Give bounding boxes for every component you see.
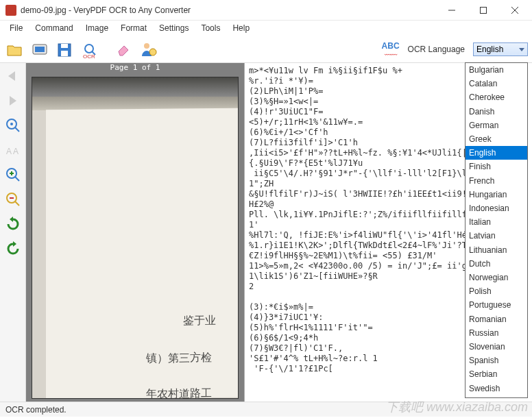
language-option[interactable]: French — [466, 174, 527, 188]
svg-point-12 — [149, 49, 156, 56]
close-button[interactable] — [499, 0, 531, 21]
page-indicator: Page 1 of 1 — [26, 63, 244, 74]
language-option[interactable]: Romanian — [466, 312, 527, 326]
language-option[interactable]: Russian — [466, 326, 527, 340]
text-size-button[interactable]: AA — [3, 140, 23, 160]
language-option[interactable]: German — [466, 119, 527, 132]
svg-rect-1 — [481, 7, 487, 13]
save-button[interactable] — [53, 38, 75, 60]
menu-settings[interactable]: Settings — [154, 22, 194, 34]
language-option[interactable]: Spanish — [466, 354, 527, 367]
language-dropdown[interactable]: BulgarianCatalanCherokeeDanishGermanGree… — [465, 62, 528, 398]
menu-format[interactable]: Format — [115, 22, 152, 34]
language-option[interactable]: Portuguese — [466, 298, 527, 312]
ocr-language-label: OCR Language — [402, 45, 470, 54]
language-option[interactable]: Greek — [466, 132, 527, 146]
menu-command[interactable]: Command — [29, 22, 78, 34]
language-option[interactable]: Slovenian — [466, 340, 527, 354]
language-option[interactable]: English — [466, 146, 527, 160]
svg-text:A: A — [6, 147, 12, 156]
document-text-line: 鉴于业 — [183, 314, 216, 328]
app-icon — [5, 5, 16, 16]
zoom-in-button[interactable] — [3, 164, 23, 185]
svg-point-15 — [10, 123, 13, 125]
page-image[interactable]: 鉴于业镇）第三方检年农村道路工 — [32, 77, 239, 399]
language-option[interactable]: Italian — [466, 215, 527, 229]
svg-rect-7 — [61, 44, 68, 48]
nav-back-button[interactable] — [3, 66, 23, 86]
ocr-language-value: English — [476, 45, 503, 54]
nav-forward-button[interactable] — [3, 90, 23, 111]
window-title: demo-09.jpg - VeryPDF OCR to Any Convert… — [21, 5, 436, 15]
ocr-button[interactable]: OCR — [78, 38, 100, 60]
language-option[interactable]: Serbian — [466, 367, 527, 381]
menu-help[interactable]: Help — [227, 22, 255, 34]
svg-rect-8 — [61, 51, 68, 56]
svg-rect-5 — [35, 47, 45, 52]
menubar: File Command Image Format Settings Tools… — [0, 21, 532, 36]
language-option[interactable]: Swedish — [466, 382, 527, 395]
open-folder-button[interactable] — [4, 38, 26, 60]
ocr-language-select[interactable]: English — [473, 42, 528, 56]
ocr-label: OCR — [83, 53, 95, 60]
language-option[interactable]: Latvian — [466, 229, 527, 243]
erase-button[interactable] — [112, 38, 134, 60]
preview-pane: Page 1 of 1 鉴于业镇）第三方检年农村道路工 — [26, 63, 244, 402]
document-text-line: 镇）第三方检 — [146, 351, 212, 366]
language-option[interactable]: Indonesian — [466, 201, 527, 215]
document-text-line: 年农村道路工 — [146, 386, 212, 399]
minimize-button[interactable] — [436, 0, 468, 21]
content-area: AA Page 1 of 1 鉴于业镇）第三方检年农村道路工 m>*<¥u11w… — [0, 63, 532, 402]
language-option[interactable]: Norwegian — [466, 271, 527, 284]
maximize-button[interactable] — [468, 0, 499, 21]
side-toolbar: AA — [0, 63, 26, 402]
language-option[interactable]: Cherokee — [466, 90, 527, 104]
user-options-button[interactable] — [137, 38, 159, 60]
scan-button[interactable] — [29, 38, 51, 60]
language-option[interactable]: Polish — [466, 284, 527, 298]
language-option[interactable]: Lithuanian — [466, 243, 527, 257]
language-option[interactable]: Hungarian — [466, 188, 527, 201]
svg-point-11 — [144, 43, 149, 49]
toolbar: OCR ABC﹏﹏ OCR Language English — [0, 36, 532, 63]
zoom-actual-button[interactable] — [3, 115, 23, 136]
language-option[interactable]: Finish — [466, 160, 527, 173]
menu-file[interactable]: File — [4, 22, 28, 34]
svg-line-19 — [15, 177, 19, 181]
status-text: OCR completed. — [5, 405, 66, 415]
statusbar: OCR completed. — [0, 402, 532, 417]
language-option[interactable]: Dutch — [466, 257, 527, 271]
svg-line-14 — [15, 127, 19, 132]
language-option[interactable]: Bulgarian — [466, 63, 527, 77]
menu-tools[interactable]: Tools — [195, 22, 226, 34]
zoom-out-button[interactable] — [3, 189, 23, 210]
rotate-left-button[interactable] — [3, 214, 23, 234]
titlebar: demo-09.jpg - VeryPDF OCR to Any Convert… — [0, 0, 532, 21]
abc-icon: ABC﹏﹏ — [382, 43, 400, 56]
svg-line-23 — [15, 201, 19, 206]
language-option[interactable]: Danish — [466, 105, 527, 119]
language-option[interactable]: Tagalog — [466, 395, 527, 398]
menu-image[interactable]: Image — [80, 22, 114, 34]
svg-text:A: A — [13, 147, 19, 156]
rotate-right-button[interactable] — [3, 238, 23, 259]
window-controls — [436, 0, 531, 21]
language-option[interactable]: Catalan — [466, 77, 527, 90]
